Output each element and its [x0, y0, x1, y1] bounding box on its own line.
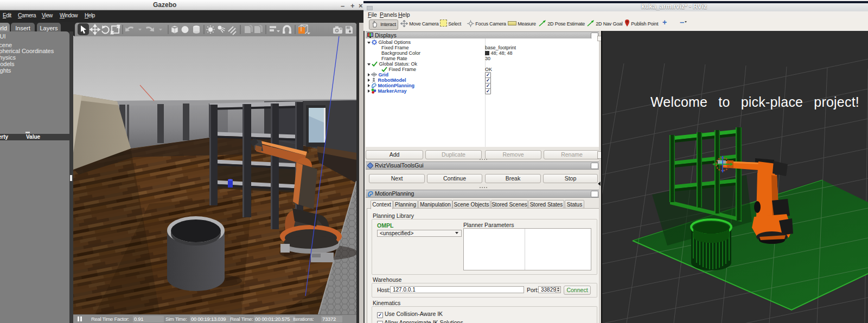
- svg-text:LOG: LOG: [347, 27, 351, 29]
- svg-text:Welcome to pick-place project!: Welcome to pick-place project!: [650, 94, 859, 109]
